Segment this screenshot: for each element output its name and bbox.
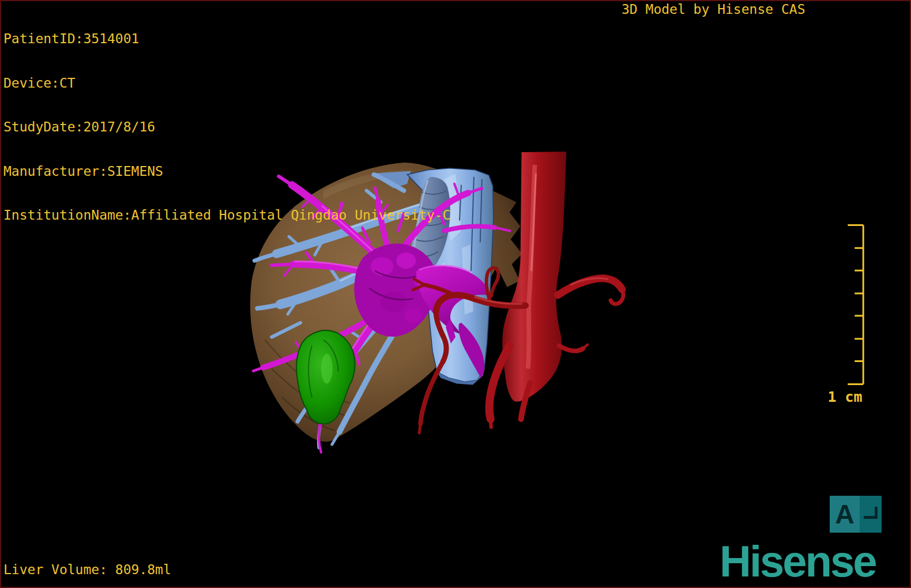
device: Device:CT bbox=[3, 76, 450, 91]
scale-bar-label: 1 cm bbox=[827, 389, 862, 405]
scale-bar: 1 cm bbox=[827, 225, 863, 405]
corner-bracket-icon bbox=[864, 507, 878, 519]
orientation-letter: A bbox=[830, 496, 860, 533]
patient-id: PatientID:3514001 bbox=[3, 32, 450, 47]
orientation-side-face bbox=[860, 496, 882, 533]
manufacturer: Manufacturer:SIEMENS bbox=[3, 164, 450, 179]
patient-info-block: PatientID:3514001 Device:CT StudyDate:20… bbox=[3, 2, 450, 252]
hisense-logo: Hisense bbox=[720, 540, 876, 583]
aorta bbox=[490, 152, 623, 427]
study-date: StudyDate:2017/8/16 bbox=[3, 120, 450, 135]
orientation-marker[interactable]: A bbox=[830, 496, 882, 533]
viewer-window: 1 cm PatientID:3514001 Device:CT StudyDa… bbox=[0, 0, 911, 588]
liver-volume-readout: Liver Volume: 809.8ml bbox=[3, 563, 171, 578]
institution-name: InstitutionName:Affiliated Hospital Qing… bbox=[3, 208, 450, 223]
watermark-title: 3D Model by Hisense CAS bbox=[622, 2, 805, 17]
